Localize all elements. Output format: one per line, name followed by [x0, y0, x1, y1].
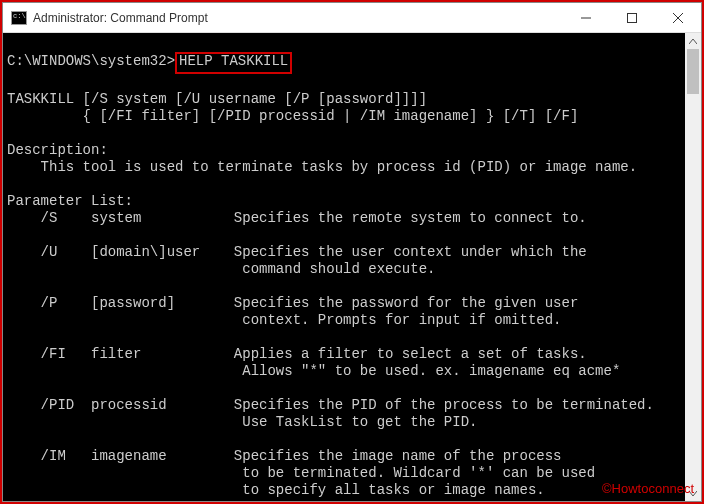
output-line: Use TaskList to get the PID.: [7, 414, 477, 430]
output-line: TASKKILL [/S system [/U username [/P [pa…: [7, 91, 427, 107]
maximize-button[interactable]: [609, 3, 655, 33]
output-line: context. Prompts for input if omitted.: [7, 312, 562, 328]
output-line: /P [password] Specifies the password for…: [7, 295, 578, 311]
scroll-up-button[interactable]: [685, 33, 701, 49]
window-controls: [563, 3, 701, 32]
output-line: /FI filter Applies a filter to select a …: [7, 346, 587, 362]
output-line: /S system Specifies the remote system to…: [7, 210, 587, 226]
command-highlight: HELP TASKKILL: [175, 52, 292, 74]
scroll-down-button[interactable]: [685, 485, 701, 501]
close-icon: [673, 13, 683, 23]
close-button[interactable]: [655, 3, 701, 33]
command-text: HELP TASKKILL: [179, 53, 288, 69]
output-line: /IM imagename Specifies the image name o…: [7, 448, 562, 464]
scroll-track[interactable]: [685, 49, 701, 485]
cmd-icon: [11, 11, 27, 25]
vertical-scrollbar[interactable]: [685, 33, 701, 501]
window-title: Administrator: Command Prompt: [33, 11, 563, 25]
output-line: { [/FI filter] [/PID processid | /IM ima…: [7, 108, 578, 124]
output-line: /PID processid Specifies the PID of the …: [7, 397, 654, 413]
output-line: This tool is used to terminate tasks by …: [7, 159, 637, 175]
minimize-icon: [581, 13, 591, 23]
output-line: Parameter List:: [7, 193, 133, 209]
minimize-button[interactable]: [563, 3, 609, 33]
svg-rect-1: [628, 14, 637, 23]
output-line: command should execute.: [7, 261, 435, 277]
output-line: to be terminated. Wildcard '*' can be us…: [7, 465, 595, 481]
output-line: Allows "*" to be used. ex. imagename eq …: [7, 363, 620, 379]
output-line: /U [domain\]user Specifies the user cont…: [7, 244, 587, 260]
output-line: Description:: [7, 142, 108, 158]
titlebar[interactable]: Administrator: Command Prompt: [3, 3, 701, 33]
scroll-thumb[interactable]: [687, 49, 699, 94]
chevron-down-icon: [689, 491, 697, 496]
command-prompt-window: Administrator: Command Prompt C:\WINDOWS…: [2, 2, 702, 502]
chevron-up-icon: [689, 39, 697, 44]
output-line: to specify all tasks or image names.: [7, 482, 545, 498]
console-area[interactable]: C:\WINDOWS\system32>HELP TASKKILL TASKKI…: [3, 33, 701, 501]
maximize-icon: [627, 13, 637, 23]
prompt-path: C:\WINDOWS\system32>: [7, 53, 175, 69]
